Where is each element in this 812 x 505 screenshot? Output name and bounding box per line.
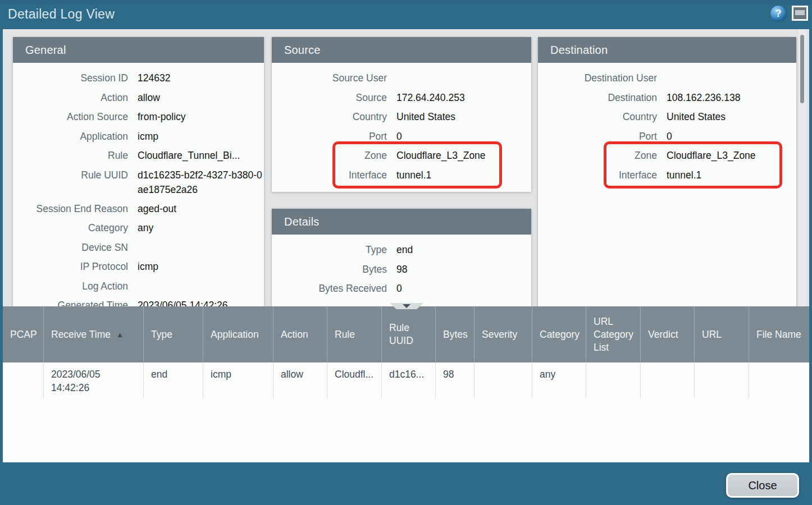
field-row-bytes: Bytes98 bbox=[272, 260, 531, 279]
field-row-source-user: Source User bbox=[272, 68, 531, 88]
maximize-icon[interactable] bbox=[792, 6, 808, 21]
column-header-rule-uuid[interactable]: Rule UUID bbox=[382, 306, 436, 362]
cell-bytes: 98 bbox=[436, 362, 475, 398]
field-value: Cloudflare_L3_Zone bbox=[396, 148, 486, 163]
field-row-rule-uuid: Rule UUIDd1c16235-b2f2-4327-b380-0ae1875… bbox=[13, 166, 264, 199]
general-panel: General Session ID124632 Actionallow Act… bbox=[13, 37, 264, 306]
cell-receive-time: 2023/06/05 14:42:26 bbox=[44, 362, 144, 398]
column-header-url[interactable]: URL bbox=[695, 306, 749, 362]
field-row-port: Port0 bbox=[272, 127, 531, 146]
cell-application: icmp bbox=[203, 362, 273, 398]
log-detail-panels: General Session ID124632 Actionallow Act… bbox=[3, 29, 809, 306]
cell-file-name bbox=[749, 362, 809, 398]
field-value: end bbox=[396, 242, 413, 257]
cell-action: allow bbox=[273, 362, 327, 398]
field-row-bytes-received: Bytes Received0 bbox=[272, 279, 531, 299]
details-panel: Details Typeend Bytes98 Bytes Received0 bbox=[272, 209, 531, 306]
column-header-type[interactable]: Type bbox=[144, 306, 203, 362]
column-header-bytes[interactable]: Bytes bbox=[436, 306, 475, 362]
details-panel-body: Typeend Bytes98 Bytes Received0 bbox=[272, 235, 531, 299]
column-header-receive-time[interactable]: Receive Time▲ bbox=[44, 306, 144, 362]
close-button[interactable]: Close bbox=[726, 473, 799, 498]
field-value: Cloudflare_Tunnel_Bi... bbox=[138, 148, 240, 163]
field-value: 2023/06/05 14:42:26 bbox=[138, 298, 228, 306]
field-row-action: Actionallow bbox=[13, 88, 264, 108]
field-value: d1c16235-b2f2-4327-b380-0ae1875e2a26 bbox=[138, 168, 264, 197]
field-row-source: Source172.64.240.253 bbox=[272, 88, 531, 108]
field-row-generated-time: Generated Time2023/06/05 14:42:26 bbox=[13, 296, 264, 306]
column-header-verdict[interactable]: Verdict bbox=[641, 306, 695, 362]
field-row-session-end-reason: Session End Reasonaged-out bbox=[13, 199, 264, 219]
column-header-rule[interactable]: Rule bbox=[327, 306, 382, 362]
field-value: 0 bbox=[667, 129, 672, 144]
page-title: Detailed Log View bbox=[8, 7, 115, 22]
field-value: allow bbox=[138, 90, 160, 105]
field-value: 172.64.240.253 bbox=[396, 90, 465, 105]
field-label: Zone bbox=[538, 148, 657, 163]
general-panel-body: Session ID124632 Actionallow Action Sour… bbox=[13, 63, 264, 306]
field-row-interface: Interfacetunnel.1 bbox=[538, 166, 796, 185]
cell-pcap bbox=[3, 362, 44, 398]
field-label: Rule UUID bbox=[13, 168, 128, 182]
field-value: aged-out bbox=[138, 201, 176, 216]
field-row-ip-protocol: IP Protocolicmp bbox=[13, 257, 264, 277]
field-label: Destination User bbox=[538, 71, 657, 85]
field-row-port: Port0 bbox=[538, 127, 796, 146]
column-header-file-name[interactable]: File Name bbox=[749, 306, 809, 362]
field-row-application: Applicationicmp bbox=[13, 127, 264, 146]
column-header-pcap[interactable]: PCAP bbox=[3, 306, 44, 362]
vertical-scrollbar-track[interactable] bbox=[799, 29, 806, 306]
field-label: Session End Reason bbox=[13, 201, 128, 216]
table-row[interactable]: 2023/06/05 14:42:26 end icmp allow Cloud… bbox=[3, 362, 809, 398]
field-row-session-id: Session ID124632 bbox=[13, 68, 264, 88]
column-header-action[interactable]: Action bbox=[273, 306, 327, 362]
field-row-type: Typeend bbox=[272, 240, 531, 260]
field-label: Session ID bbox=[13, 71, 128, 85]
source-panel-body: Source User Source172.64.240.253 Country… bbox=[272, 63, 531, 185]
field-label: Bytes bbox=[272, 262, 387, 277]
maximize-icon-glyph bbox=[795, 10, 805, 15]
column-header-severity[interactable]: Severity bbox=[475, 306, 532, 362]
field-row-destination-user: Destination User bbox=[538, 68, 796, 88]
field-row-rule: RuleCloudflare_Tunnel_Bi... bbox=[13, 146, 264, 166]
field-value: 0 bbox=[396, 281, 402, 296]
column-header-application[interactable]: Application bbox=[203, 306, 273, 362]
field-value: 108.162.236.138 bbox=[667, 90, 740, 105]
log-table: PCAP Receive Time▲ Type Application Acti… bbox=[3, 306, 809, 462]
column-header-category[interactable]: Category bbox=[532, 306, 586, 362]
field-label: Interface bbox=[538, 168, 657, 182]
destination-panel-header: Destination bbox=[538, 37, 796, 63]
field-label: Country bbox=[538, 109, 657, 124]
cell-verdict bbox=[641, 362, 695, 398]
field-value: icmp bbox=[138, 129, 158, 144]
field-value: any bbox=[138, 221, 153, 235]
cell-url-category-list bbox=[586, 362, 641, 398]
field-row-action-source: Action Sourcefrom-policy bbox=[13, 107, 264, 127]
column-header-label: Receive Time bbox=[51, 328, 111, 341]
field-label: Bytes Received bbox=[272, 281, 387, 296]
cell-severity bbox=[475, 362, 532, 398]
field-value: Cloudflare_L3_Zone bbox=[667, 148, 756, 163]
field-value: United States bbox=[396, 109, 455, 124]
field-value: tunnel.1 bbox=[667, 168, 701, 182]
field-value: from-policy bbox=[138, 109, 186, 124]
field-label: IP Protocol bbox=[13, 259, 128, 274]
field-value: tunnel.1 bbox=[396, 168, 431, 182]
field-label: Device SN bbox=[13, 240, 128, 255]
field-label: Type bbox=[272, 242, 387, 257]
field-label: Action bbox=[13, 90, 128, 105]
source-panel: Source Source User Source172.64.240.253 … bbox=[272, 37, 531, 192]
log-table-header: PCAP Receive Time▲ Type Application Acti… bbox=[3, 306, 809, 362]
field-row-zone: ZoneCloudflare_L3_Zone bbox=[538, 146, 796, 166]
details-panel-header: Details bbox=[272, 209, 531, 235]
splitter-arrow-icon bbox=[403, 304, 410, 308]
cell-url bbox=[695, 362, 749, 398]
field-label: Application bbox=[13, 129, 128, 144]
vertical-scrollbar-thumb[interactable] bbox=[800, 35, 804, 103]
source-panel-header: Source bbox=[272, 37, 531, 63]
column-header-url-category-list[interactable]: URL Category List bbox=[586, 306, 641, 362]
field-label: Category bbox=[13, 221, 128, 235]
help-icon[interactable]: ? bbox=[770, 6, 786, 21]
field-label: Generated Time bbox=[13, 298, 128, 306]
field-label: Rule bbox=[13, 148, 128, 163]
